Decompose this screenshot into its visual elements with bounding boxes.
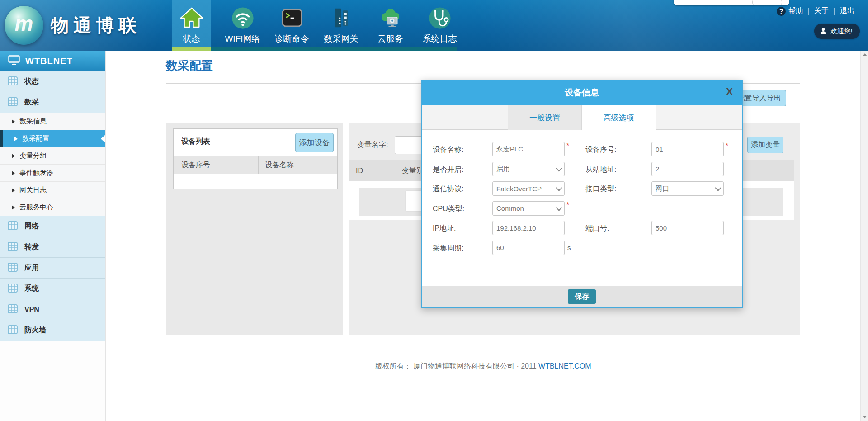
tab-advanced-options[interactable]: 高级选项 (582, 105, 656, 130)
field-label-slave-address: 从站地址: (585, 162, 651, 182)
field-label-device-name: 设备名称: (433, 142, 492, 162)
scroll-up-icon[interactable] (863, 53, 867, 56)
sidebar-item-dataacq-config[interactable]: 数采配置 (0, 130, 105, 147)
help-icon: ? (777, 7, 786, 16)
slave-address-input[interactable] (651, 162, 724, 176)
nav-item-gateway[interactable]: 数采网关 (316, 0, 366, 47)
field-label-device-serial: 设备序号: (585, 142, 651, 162)
modal-footer: 保存 (422, 286, 742, 307)
home-icon (179, 5, 204, 32)
top-header: m 物通博联 状态 WIFI网络 诊断 (0, 0, 868, 51)
required-marker: * (566, 142, 569, 150)
device-list-title: 设备列表 (181, 137, 210, 147)
modal-tabs: 一般设置 高级选项 (422, 105, 742, 130)
cpu-type-select[interactable]: Common (492, 201, 565, 216)
app-window: m 物通博联 状态 WIFI网络 诊断 (0, 0, 868, 421)
sidebar-item-dataacq-info[interactable]: 数采信息 (0, 113, 105, 130)
logo-text: 物通博联 (51, 13, 141, 38)
field-label-cpu-type: CPU类型: (433, 201, 492, 221)
chevron-down-icon (556, 185, 562, 191)
main-nav: 状态 WIFI网络 诊断命令 数采网关 (172, 0, 464, 51)
nav-item-syslog[interactable]: 系统日志 (415, 0, 464, 47)
monitor-icon (8, 55, 20, 67)
nav-item-status[interactable]: 状态 (172, 0, 211, 47)
sidebar-item-event-trigger[interactable]: 事件触发器 (0, 165, 105, 182)
collect-period-input[interactable] (492, 241, 565, 255)
logout-link[interactable]: 退出 (840, 6, 854, 16)
enabled-select[interactable]: 启用 (492, 162, 565, 176)
tab-general-settings[interactable]: 一般设置 (508, 105, 582, 130)
nav-item-wifi[interactable]: WIFI网络 (218, 0, 267, 47)
user-icon (820, 27, 827, 36)
grid-icon (7, 283, 18, 295)
link-separator (834, 8, 835, 15)
nav-item-diagnostics[interactable]: 诊断命令 (267, 0, 316, 47)
about-link[interactable]: 关于 (814, 6, 829, 16)
browser-find-bar-artifact (674, 0, 789, 5)
footer: 版权所有： 厦门物通博联网络科技有限公司 · 2011 WTBLNET.COM (166, 362, 800, 371)
caret-right-icon (12, 154, 15, 158)
seconds-suffix: s (567, 244, 571, 251)
field-label-interface-type: 接口类型: (585, 181, 651, 201)
sidebar-item-firewall[interactable]: 防火墙 (0, 320, 105, 341)
device-table-header: 设备序号 设备名称 (174, 156, 337, 175)
gateway-icon (329, 5, 354, 32)
interface-type-select[interactable]: 网口 (651, 181, 724, 196)
device-list-box: 设备列表 添加设备 设备序号 设备名称 (173, 128, 338, 189)
sidebar-item-system[interactable]: 系统 (0, 279, 105, 299)
chevron-down-icon (556, 165, 562, 171)
modal-form: 设备名称: * 设备序号: * 是否开启: 启用 从站地址: 通信协议: (422, 130, 742, 287)
grid-icon (7, 303, 18, 316)
footer-link[interactable]: WTBLNET.COM (538, 362, 591, 370)
column-device-name: 设备名称 (259, 161, 294, 170)
welcome-badge[interactable]: 欢迎您! (814, 24, 860, 39)
help-link[interactable]: ? 帮助 (777, 6, 803, 16)
sidebar-item-cloud-center[interactable]: 云服务中心 (0, 199, 105, 216)
scroll-down-icon[interactable] (863, 416, 867, 418)
chevron-down-icon (556, 204, 562, 211)
ip-address-input[interactable] (492, 221, 565, 235)
save-button[interactable]: 保存 (568, 289, 596, 304)
logo-sphere-icon: m (5, 6, 43, 45)
caret-right-icon (12, 119, 15, 124)
sidebar-item-gateway-log[interactable]: 网关日志 (0, 182, 105, 199)
page-scrollbar[interactable] (860, 51, 868, 421)
variable-name-label: 变量名字: (357, 140, 388, 150)
device-serial-input[interactable] (651, 142, 724, 156)
nav-item-cloud[interactable]: 云服务 (366, 0, 415, 47)
protocol-select[interactable]: FatekOverTCP (492, 181, 565, 196)
add-variable-button[interactable]: 添加变量 (747, 137, 783, 153)
required-marker: * (566, 201, 569, 209)
modal-header: 设备信息 X (422, 80, 742, 105)
sidebar-item-variable-group[interactable]: 变量分组 (0, 147, 105, 165)
hidden-dialog-edge (406, 191, 422, 211)
modal-title: 设备信息 (565, 87, 599, 99)
close-icon[interactable]: X (726, 86, 733, 98)
caret-right-icon (14, 137, 18, 141)
sidebar-item-forward[interactable]: 转发 (0, 237, 105, 258)
field-label-enabled: 是否开启: (433, 162, 492, 182)
field-label-port: 端口号: (585, 221, 651, 241)
terminal-icon (280, 5, 304, 32)
wifi-icon (231, 5, 255, 32)
add-device-button[interactable]: 添加设备 (295, 133, 334, 152)
sidebar: WTBLNET 状态 数采 数采信息 数采配置 变量分组 事件触发器 网关日 (0, 51, 106, 421)
required-marker: * (726, 142, 728, 150)
chevron-down-icon (715, 185, 721, 191)
sidebar-item-vpn[interactable]: VPN (0, 299, 105, 320)
port-input[interactable] (651, 221, 724, 235)
device-table-empty-row (174, 174, 337, 189)
device-name-input[interactable] (492, 142, 565, 156)
sidebar-title: WTBLNET (25, 56, 73, 66)
device-info-modal: 设备信息 X 一般设置 高级选项 设备名称: * 设备序号: * 是否开启: 启… (421, 80, 743, 308)
link-separator (808, 8, 809, 15)
grid-icon (7, 324, 18, 337)
sidebar-item-network[interactable]: 网络 (0, 216, 105, 237)
sidebar-item-status[interactable]: 状态 (0, 71, 105, 92)
sidebar-item-dataacq[interactable]: 数采 (0, 92, 105, 113)
page-title: 数采配置 (166, 58, 213, 74)
grid-icon (7, 96, 18, 109)
sidebar-item-application[interactable]: 应用 (0, 258, 105, 279)
grid-icon (7, 262, 18, 274)
field-label-ip-address: IP地址: (433, 221, 492, 241)
